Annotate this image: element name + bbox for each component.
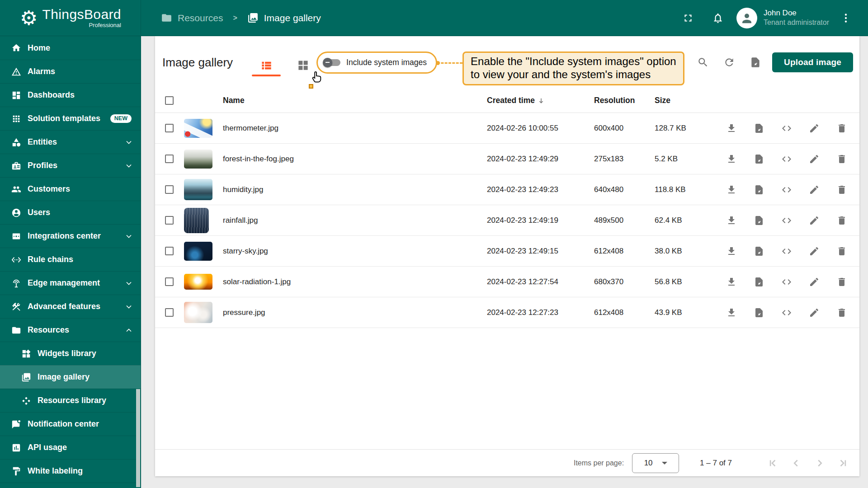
delete-button[interactable] (835, 244, 849, 258)
edit-button[interactable] (807, 306, 821, 319)
table-row[interactable]: solar-radiation-1.jpg 2024-02-23 12:27:5… (155, 267, 859, 297)
previous-page-button[interactable] (788, 456, 804, 470)
sidebar-item-profiles[interactable]: Profiles (0, 154, 141, 177)
download-button[interactable] (725, 152, 738, 166)
edit-button[interactable] (807, 183, 821, 197)
row-checkbox[interactable] (165, 277, 174, 286)
row-checkbox[interactable] (165, 185, 174, 194)
column-header-resolution[interactable]: Resolution (585, 96, 646, 105)
sidebar-item-settings[interactable]: Settings (0, 483, 141, 488)
user-info[interactable]: John Doe Tenant administrator (764, 8, 829, 28)
row-checkbox[interactable] (165, 124, 174, 132)
download-button[interactable] (725, 306, 738, 319)
last-page-button[interactable] (835, 456, 851, 470)
sidebar-item-solution-templates[interactable]: Solution templates NEW (0, 107, 141, 130)
export-button[interactable] (752, 275, 766, 289)
edit-button[interactable] (807, 122, 821, 135)
image-thumbnail[interactable] (184, 119, 212, 138)
embed-code-button[interactable] (780, 244, 793, 258)
image-thumbnail[interactable] (184, 242, 212, 261)
row-checkbox[interactable] (165, 216, 174, 225)
first-page-button[interactable] (764, 456, 781, 470)
select-all-checkbox[interactable] (165, 96, 174, 105)
sidebar-item-api-usage[interactable]: API usage (0, 436, 141, 459)
download-button[interactable] (725, 244, 738, 258)
notifications-icon[interactable] (712, 12, 724, 24)
next-page-button[interactable] (811, 456, 828, 470)
image-thumbnail[interactable] (184, 150, 212, 169)
edit-button[interactable] (807, 214, 821, 227)
sidebar-item-resources-library[interactable]: Resources library (0, 389, 141, 412)
delete-button[interactable] (835, 214, 849, 227)
sidebar-item-white-labeling[interactable]: White labeling (0, 459, 141, 483)
embed-code-button[interactable] (780, 122, 793, 135)
fullscreen-icon[interactable] (682, 12, 694, 24)
export-button[interactable] (752, 152, 766, 166)
sidebar-item-dashboards[interactable]: Dashboards (0, 83, 141, 107)
row-checkbox[interactable] (165, 308, 174, 317)
sidebar-item-entities[interactable]: Entities (0, 130, 141, 154)
embed-code-button[interactable] (780, 152, 793, 166)
image-thumbnail[interactable] (184, 208, 209, 233)
avatar[interactable] (736, 8, 757, 28)
image-thumbnail[interactable] (184, 274, 212, 290)
sidebar-item-customers[interactable]: Customers (0, 177, 141, 201)
embed-code-button[interactable] (780, 214, 793, 227)
sidebar-item-rule-chains[interactable]: Rule chains (0, 248, 141, 271)
sidebar-item-widgets-library[interactable]: Widgets library (0, 342, 141, 365)
table-row[interactable]: starry-sky.jpg 2024-02-23 12:49:15 612x4… (155, 236, 859, 267)
edit-button[interactable] (807, 244, 821, 258)
grid-view-tab[interactable] (297, 59, 309, 76)
items-per-page-select[interactable]: 10 (632, 453, 679, 473)
sidebar-item-alarms[interactable]: Alarms (0, 60, 141, 83)
breadcrumb-section[interactable]: Resources (178, 13, 223, 23)
more-vertical-icon[interactable] (842, 12, 850, 24)
list-view-tab[interactable] (252, 59, 281, 76)
sidebar-item-advanced-features[interactable]: Advanced features (0, 295, 141, 318)
image-thumbnail[interactable] (184, 179, 212, 200)
embed-code-button[interactable] (780, 275, 793, 289)
sidebar-item-image-gallery[interactable]: Image gallery (0, 365, 141, 389)
delete-button[interactable] (835, 183, 849, 197)
include-system-images-toggle[interactable]: Include system images (316, 52, 437, 74)
sidebar-item-integrations-center[interactable]: Integrations center (0, 224, 141, 248)
column-header-created[interactable]: Created time (474, 96, 585, 105)
download-button[interactable] (725, 183, 738, 197)
export-button[interactable] (752, 244, 766, 258)
export-button[interactable] (752, 214, 766, 227)
download-button[interactable] (725, 122, 738, 135)
export-button[interactable] (752, 183, 766, 197)
export-button[interactable] (752, 122, 766, 135)
sidebar-item-home[interactable]: Home (0, 36, 141, 60)
row-checkbox[interactable] (165, 247, 174, 255)
embed-code-button[interactable] (780, 306, 793, 319)
download-button[interactable] (725, 214, 738, 227)
delete-button[interactable] (835, 306, 849, 319)
brand-logo[interactable]: ⚙ ThingsBoard Professional (0, 0, 141, 36)
table-row[interactable]: rainfall.jpg 2024-02-23 12:49:19 489x500… (155, 205, 859, 236)
edit-button[interactable] (807, 275, 821, 289)
table-row[interactable]: humidity.jpg 2024-02-23 12:49:23 640x480… (155, 174, 859, 205)
sidebar-item-users[interactable]: Users (0, 201, 141, 224)
embed-code-button[interactable] (780, 183, 793, 197)
table-row[interactable]: thermometer.jpg 2024-02-26 10:00:55 600x… (155, 113, 859, 144)
edit-button[interactable] (807, 152, 821, 166)
download-button[interactable] (725, 275, 738, 289)
toggle-switch[interactable] (324, 59, 340, 66)
column-header-size[interactable]: Size (646, 96, 718, 105)
column-header-name[interactable]: Name (219, 96, 474, 105)
search-button[interactable] (693, 53, 712, 72)
delete-button[interactable] (835, 122, 849, 135)
upload-image-button[interactable]: Upload image (772, 52, 853, 72)
export-button[interactable] (752, 306, 766, 319)
refresh-button[interactable] (720, 53, 739, 72)
sidebar-item-notification-center[interactable]: Notification center (0, 412, 141, 436)
sidebar-item-edge-management[interactable]: Edge management (0, 271, 141, 295)
table-row[interactable]: forest-in-the-fog.jpeg 2024-02-23 12:49:… (155, 144, 859, 174)
delete-button[interactable] (835, 152, 849, 166)
table-row[interactable]: pressure.jpg 2024-02-23 12:27:23 612x408… (155, 297, 859, 328)
image-thumbnail[interactable] (184, 302, 212, 323)
import-image-button[interactable] (746, 53, 765, 72)
row-checkbox[interactable] (165, 155, 174, 163)
sidebar-item-resources[interactable]: Resources (0, 318, 141, 342)
